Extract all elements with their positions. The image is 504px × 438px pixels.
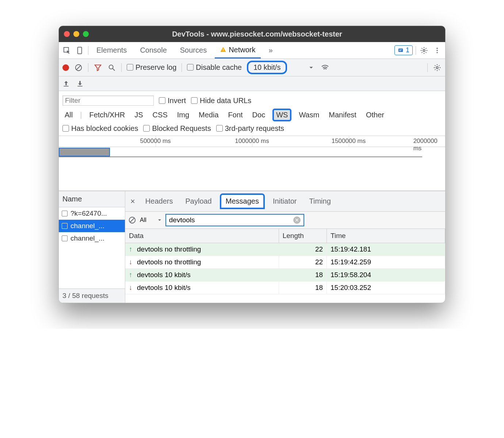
- device-toggle-icon[interactable]: [75, 45, 85, 56]
- clear-messages-icon[interactable]: [128, 216, 136, 224]
- messages-search[interactable]: ✕: [165, 214, 304, 226]
- upload-icon[interactable]: [62, 80, 70, 87]
- clear-search-icon[interactable]: ✕: [293, 216, 301, 224]
- close-icon[interactable]: [64, 31, 70, 37]
- invert-checkbox[interactable]: Invert: [159, 97, 186, 105]
- svg-line-14: [113, 68, 115, 71]
- type-filter-row: All | Fetch/XHR JS CSS Img Media Font Do…: [62, 107, 442, 123]
- type-manifest[interactable]: Manifest: [327, 110, 359, 120]
- arrow-down-icon: ↓: [129, 284, 134, 292]
- divider: [88, 63, 88, 72]
- request-row[interactable]: channel_...: [59, 232, 125, 245]
- request-row[interactable]: channel_...: [59, 220, 125, 232]
- svg-line-19: [130, 218, 134, 222]
- message-length: 22: [279, 256, 327, 269]
- type-img[interactable]: Img: [175, 110, 191, 120]
- svg-point-8: [436, 48, 438, 49]
- record-button[interactable]: [62, 64, 69, 71]
- type-ws[interactable]: WS: [272, 109, 291, 121]
- message-time: 15:19:42.181: [327, 243, 445, 256]
- type-css[interactable]: CSS: [150, 110, 170, 120]
- issues-icon: [398, 48, 404, 53]
- tab-network-label: Network: [229, 46, 255, 54]
- type-all[interactable]: All: [62, 110, 75, 120]
- svg-rect-3: [223, 50, 224, 51]
- inspect-icon[interactable]: [62, 45, 72, 56]
- message-row[interactable]: ↓devtools no throttling2215:19:42.259: [125, 256, 445, 269]
- type-wasm[interactable]: Wasm: [297, 110, 321, 120]
- svg-point-10: [436, 52, 438, 53]
- type-fetch[interactable]: Fetch/XHR: [87, 110, 127, 120]
- message-length: 18: [279, 269, 327, 282]
- messages-search-input[interactable]: [169, 216, 293, 224]
- svg-rect-5: [399, 49, 402, 50]
- type-doc[interactable]: Doc: [250, 110, 268, 120]
- arrow-up-icon: ↑: [129, 245, 134, 253]
- dtab-timing[interactable]: Timing: [305, 195, 335, 208]
- type-media[interactable]: Media: [196, 110, 221, 120]
- preserve-log-checkbox[interactable]: Preserve log: [127, 63, 176, 72]
- message-row[interactable]: ↓devtools 10 kbit/s1815:20:03.252: [125, 282, 445, 294]
- messages-filter-bar: All ✕: [125, 212, 445, 229]
- dtab-messages[interactable]: Messages: [220, 193, 265, 209]
- col-data[interactable]: Data: [125, 229, 279, 243]
- filter-input[interactable]: [62, 95, 154, 106]
- kebab-icon[interactable]: [432, 45, 442, 56]
- tick-label: 500000 ms: [140, 137, 171, 145]
- filter-icon[interactable]: [93, 63, 102, 72]
- type-js[interactable]: JS: [132, 110, 145, 120]
- timeline-overview[interactable]: 500000 ms 1000000 ms 1500000 ms 2000000 …: [59, 136, 445, 191]
- dtab-initiator[interactable]: Initiator: [268, 195, 301, 208]
- network-toolbar: Preserve log Disable cache 10 kbit/s: [59, 59, 445, 76]
- svg-point-15: [436, 67, 438, 69]
- svg-rect-17: [77, 86, 82, 86]
- clear-icon[interactable]: [74, 63, 83, 72]
- tick-label: 1500000 ms: [332, 137, 366, 145]
- timeline-baseline: [59, 156, 422, 157]
- type-other[interactable]: Other: [364, 110, 386, 120]
- message-row[interactable]: ↑devtools 10 kbit/s1815:19:58.204: [125, 269, 445, 282]
- messages-type-select[interactable]: All: [140, 217, 162, 223]
- request-row[interactable]: ?k=62470...: [59, 207, 125, 220]
- network-settings-icon[interactable]: [433, 63, 442, 72]
- throttling-select[interactable]: 10 kbit/s: [247, 61, 287, 74]
- message-time: 15:19:42.259: [327, 256, 445, 269]
- type-font[interactable]: Font: [226, 110, 245, 120]
- svg-point-9: [436, 50, 438, 51]
- divider: [427, 63, 428, 72]
- message-length: 18: [279, 282, 327, 294]
- message-data: devtools no throttling: [137, 245, 201, 253]
- dtab-payload[interactable]: Payload: [181, 195, 216, 208]
- col-length[interactable]: Length: [279, 229, 327, 243]
- dtab-headers[interactable]: Headers: [141, 195, 177, 208]
- arrow-down-icon: ↓: [129, 258, 134, 266]
- tab-sources[interactable]: Sources: [175, 42, 212, 58]
- request-list-header: Name: [59, 191, 125, 207]
- search-icon[interactable]: [107, 63, 116, 72]
- settings-icon[interactable]: [419, 45, 429, 56]
- tick-label: 1000000 ms: [235, 137, 269, 145]
- svg-rect-1: [78, 47, 82, 53]
- devtools-window: DevTools - www.piesocket.com/websocket-t…: [58, 26, 446, 303]
- svg-rect-4: [398, 48, 403, 52]
- download-icon[interactable]: [76, 80, 84, 87]
- close-detail-icon[interactable]: ×: [128, 197, 137, 206]
- throttle-dropdown-icon[interactable]: [307, 63, 316, 72]
- arrow-up-icon: ↑: [129, 271, 134, 279]
- third-party-checkbox[interactable]: 3rd-party requests: [216, 124, 284, 133]
- network-conditions-icon[interactable]: [321, 63, 329, 72]
- issues-chip[interactable]: 1: [394, 45, 413, 55]
- svg-point-13: [109, 65, 113, 69]
- timeline-selection[interactable]: [59, 148, 110, 156]
- col-time[interactable]: Time: [327, 229, 445, 243]
- blocked-cookies-checkbox[interactable]: Has blocked cookies: [62, 124, 138, 133]
- tab-elements[interactable]: Elements: [91, 42, 132, 58]
- hide-data-urls-checkbox[interactable]: Hide data URLs: [191, 97, 251, 105]
- chevron-down-icon: [157, 218, 162, 222]
- tab-console[interactable]: Console: [135, 42, 172, 58]
- blocked-requests-checkbox[interactable]: Blocked Requests: [143, 124, 211, 133]
- disable-cache-checkbox[interactable]: Disable cache: [187, 63, 242, 72]
- tabs-overflow[interactable]: »: [264, 42, 278, 58]
- tab-network[interactable]: Network: [215, 42, 260, 58]
- message-row[interactable]: ↑devtools no throttling2215:19:42.181: [125, 243, 445, 256]
